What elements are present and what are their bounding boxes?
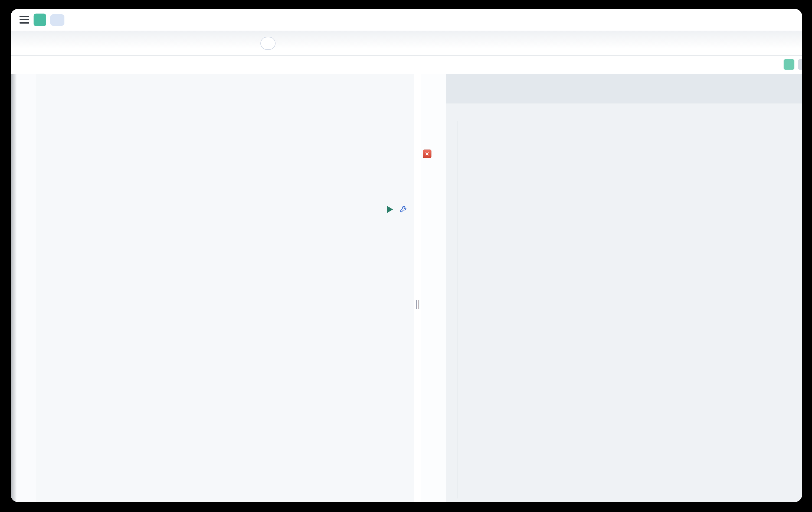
security-warning-band [446, 74, 802, 104]
error-annotation-icon[interactable]: ✕ [423, 150, 431, 158]
indent-guide [465, 130, 465, 489]
status-badge [784, 59, 794, 70]
pane-divider[interactable]: ‖ [414, 74, 421, 502]
editor-gutter [11, 74, 36, 502]
app-window: ‖ ✕ [11, 9, 802, 502]
top-bar [11, 9, 802, 31]
wrench-icon[interactable] [399, 205, 408, 214]
space-avatar[interactable] [34, 14, 46, 26]
menu-icon[interactable] [20, 16, 30, 24]
response-viewer: ✕ [421, 74, 802, 502]
tabs-row [11, 31, 802, 56]
indent-guide [457, 121, 458, 498]
breadcrumb[interactable] [50, 15, 64, 26]
console-panes: ‖ ✕ [11, 74, 802, 502]
request-editor[interactable] [11, 74, 414, 502]
resize-handle-icon[interactable]: ‖ [415, 299, 420, 309]
response-content [446, 74, 802, 502]
editor-content[interactable] [36, 74, 414, 502]
beta-badge [260, 37, 276, 50]
secondary-badge [798, 59, 802, 70]
send-request-icon[interactable] [387, 206, 393, 213]
console-toolbar [11, 56, 802, 74]
response-gutter [421, 74, 446, 502]
